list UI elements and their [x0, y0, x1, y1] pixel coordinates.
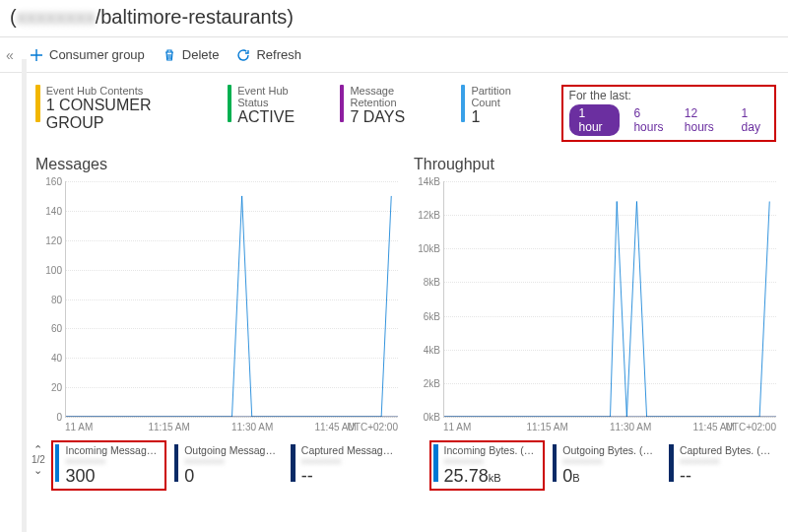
stat-contents: Event Hub Contents 1 CONSUMER GROUP: [35, 85, 206, 132]
toolbar-label: Refresh: [256, 47, 301, 62]
stat-label: Event Hub Status: [237, 85, 317, 108]
stat-value: 7 DAYS: [350, 108, 438, 126]
legend-pager: ⌃ 1/2 ⌄: [32, 444, 45, 476]
stat-label: Event Hub Contents: [46, 85, 206, 97]
collapse-sidebar-button[interactable]: «: [6, 47, 14, 63]
refresh-icon: [236, 48, 250, 62]
page-title: (xxxxxxxx/baltimore-restaurants): [0, 0, 788, 37]
toolbar-label: Delete: [182, 47, 220, 62]
add-consumer-group-button[interactable]: Consumer group: [30, 47, 145, 62]
chevron-down-icon[interactable]: ⌄: [33, 465, 42, 476]
delete-button[interactable]: Delete: [163, 47, 220, 62]
stat-retention: Message Retention 7 DAYS: [340, 85, 439, 126]
stat-value: 1 CONSUMER GROUP: [46, 97, 206, 132]
stat-color-bar: [228, 85, 232, 122]
sidebar-scrollbar[interactable]: [22, 59, 27, 532]
stat-color-bar: [461, 85, 466, 122]
stat-value: ACTIVE: [237, 108, 317, 126]
chart-x-axis: 11 AM11:15 AM11:30 AM11:45 AMUTC+02:00: [65, 418, 398, 432]
chart-throughput: Throughput 0kB2kB4kB6kB8kB10kB12kB14kB 1…: [414, 156, 776, 487]
stat-label: Partition Count: [471, 85, 539, 108]
chart-plot-area[interactable]: 020406080100120140160: [65, 181, 398, 418]
chart-plot-area[interactable]: 0kB2kB4kB6kB8kB10kB12kB14kB: [443, 181, 776, 418]
legend-incoming-bytes[interactable]: Incoming Bytes. (Sum) xxxxxxxxx 25.78kB: [429, 440, 545, 491]
legend-row: Incoming Bytes. (Sum) xxxxxxxxx 25.78kB …: [431, 444, 776, 487]
stat-value: 1: [471, 108, 539, 126]
legend-outgoing-messages[interactable]: Outgoing Messages (Sum) xxxxxxxxx 0: [174, 444, 282, 487]
legend-captured-bytes[interactable]: Captured Bytes. (Sum) xxxxxxxxx --: [669, 444, 776, 487]
legend-captured-messages[interactable]: Captured Messages. (… xxxxxxxxx --: [291, 444, 398, 487]
chart-messages: Messages 020406080100120140160 11 AM11:1…: [35, 156, 398, 487]
time-option-12h[interactable]: 12 hours: [685, 106, 728, 134]
plus-icon: [30, 48, 43, 62]
toolbar: « Consumer group Delete Refresh: [0, 37, 788, 73]
toolbar-label: Consumer group: [49, 47, 145, 62]
stat-label: Message Retention: [350, 85, 438, 108]
stat-partition: Partition Count 1: [461, 85, 540, 126]
chart-title: Throughput: [414, 156, 776, 173]
time-option-1d[interactable]: 1 day: [742, 106, 768, 134]
legend-incoming-messages[interactable]: Incoming Messages (Sum) xxxxxxxxx 300: [51, 440, 166, 491]
stat-status: Event Hub Status ACTIVE: [228, 85, 318, 126]
legend-row: ⌃ 1/2 ⌄ Incoming Messages (Sum) xxxxxxxx…: [53, 444, 398, 487]
stat-color-bar: [35, 85, 40, 122]
time-range-options: 1 hour 6 hours 12 hours 1 day: [569, 104, 768, 136]
time-range-picker: For the last: 1 hour 6 hours 12 hours 1 …: [561, 85, 776, 142]
stat-color-bar: [340, 85, 345, 122]
stats-row: Event Hub Contents 1 CONSUMER GROUP Even…: [35, 85, 776, 142]
chart-title: Messages: [35, 156, 398, 173]
refresh-button[interactable]: Refresh: [236, 47, 301, 62]
time-option-6h[interactable]: 6 hours: [633, 106, 670, 134]
chart-x-axis: 11 AM11:15 AM11:30 AM11:45 AMUTC+02:00: [443, 418, 776, 432]
legend-outgoing-bytes[interactable]: Outgoing Bytes. (Sum) xxxxxxxxx 0B: [553, 444, 660, 487]
time-option-1h[interactable]: 1 hour: [569, 104, 621, 136]
time-range-header: For the last:: [569, 89, 768, 102]
trash-icon: [163, 48, 176, 62]
